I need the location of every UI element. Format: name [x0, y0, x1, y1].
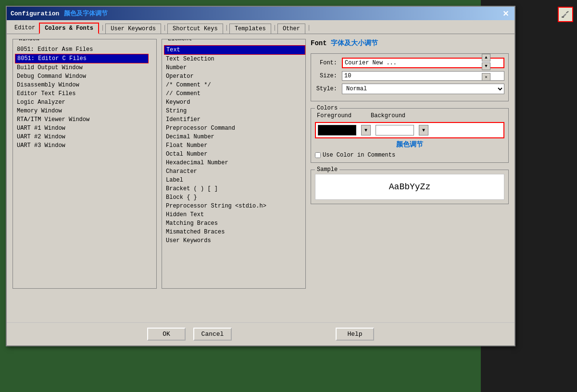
color-row: ▼ ▼ [315, 122, 504, 138]
bg-color-dropdown[interactable]: ▼ [419, 125, 428, 135]
nav-close-button[interactable]: ✕ [482, 73, 490, 81]
nav-up-button[interactable]: ▲ [482, 54, 490, 61]
toolbar-area [558, 7, 573, 22]
font-panel-header: Font 字体及大小调节 [311, 39, 509, 48]
dialog-close-button[interactable]: ✕ [501, 9, 511, 18]
element-list-item[interactable]: Matching Braces [164, 219, 305, 228]
element-list-item[interactable]: Decimal Number [164, 133, 305, 141]
window-list-item[interactable]: Disassembly Window [15, 81, 149, 89]
window-list-item[interactable]: UART #3 Window [15, 141, 149, 150]
color-cn-label: 颜色调节 [315, 140, 504, 149]
element-list-item[interactable]: Identifier [164, 115, 305, 124]
colors-group: Colors Foreground Background ▼ ▼ 颜色调节 Us… [311, 108, 509, 163]
style-select[interactable]: Normal Bold Italic Bold Italic [342, 84, 504, 94]
element-list-item[interactable]: Octal Number [164, 150, 305, 159]
element-list-item[interactable]: Hexadecimal Number [164, 159, 305, 167]
element-list-item[interactable]: Label [164, 176, 305, 184]
element-list-item[interactable]: Mismatched Braces [164, 228, 305, 236]
element-list-item[interactable]: // Comment [164, 89, 305, 98]
font-input[interactable] [342, 58, 504, 68]
window-list-item[interactable]: RTA/ITM Viewer Window [15, 115, 149, 124]
window-list-item[interactable]: Logic Analyzer [15, 98, 149, 107]
bg-col-label: Background [371, 112, 405, 119]
window-list-item[interactable]: 8051: Editor Asm Files [15, 45, 149, 54]
element-panel-label: Element [166, 39, 194, 42]
element-list-item[interactable]: Bracket ( ) [ ] [164, 184, 305, 193]
use-color-label: Use Color in Comments [323, 152, 395, 159]
configuration-dialog: Configuration 颜色及字体调节 ✕ Editor Colors & … [6, 6, 515, 346]
fg-color-swatch[interactable] [318, 125, 356, 135]
colors-group-label: Colors [315, 105, 339, 111]
dialog-title-cn: 颜色及字体调节 [64, 9, 108, 18]
dialog-titlebar: Configuration 颜色及字体调节 ✕ [7, 7, 514, 20]
tab-bar: Editor Colors & Fonts | User Keywords | … [7, 20, 514, 34]
config-tool-button[interactable] [558, 7, 573, 22]
element-list-item[interactable]: Preprocessor String <stdio.h> [164, 202, 305, 210]
sep2: | [162, 24, 167, 31]
style-label: Style: [315, 86, 339, 92]
window-panel-label: Window [17, 39, 41, 42]
element-list-item[interactable]: Text Selection [164, 55, 305, 63]
window-panel-group: Window 8051: Editor Asm Files8051: Edito… [13, 39, 157, 289]
element-panel: Element TextText SelectionNumberOperator… [162, 39, 306, 318]
element-list-item[interactable]: Keyword [164, 98, 305, 107]
element-list-item[interactable]: Float Number [164, 141, 305, 150]
sep5: | [306, 24, 312, 31]
tab-other[interactable]: Other [277, 24, 305, 34]
element-list-item[interactable]: String [164, 107, 305, 115]
element-list-item[interactable]: Block { } [164, 193, 305, 202]
window-list-item[interactable]: Debug Command Window [15, 72, 149, 81]
sep4: | [272, 24, 277, 31]
svg-rect-1 [562, 16, 564, 18]
style-row: Style: Normal Bold Italic Bold Italic [315, 84, 504, 94]
font-title-cn: 字体及大小调节 [331, 39, 378, 48]
element-list-item[interactable]: Hidden Text [164, 210, 305, 219]
ok-button[interactable]: OK [147, 328, 186, 341]
dialog-content: Window 8051: Editor Asm Files8051: Edito… [7, 34, 514, 322]
element-list-item[interactable]: Preprocessor Command [164, 124, 305, 133]
sep3: | [224, 24, 229, 31]
font-settings-group: Font: Size: Style: Normal Bold Italic Bo… [311, 53, 509, 101]
element-list-item[interactable]: Operator [164, 72, 305, 81]
element-list-item[interactable]: /* Comment */ [164, 81, 305, 89]
element-list-item[interactable]: Text [164, 45, 305, 55]
window-list-item[interactable]: 8051: Editor C Files [15, 54, 149, 63]
window-list-item[interactable]: UART #1 Window [15, 124, 149, 133]
font-title-en: Font [311, 39, 327, 47]
fg-color-dropdown[interactable]: ▼ [361, 125, 371, 135]
use-color-checkbox[interactable] [315, 152, 321, 158]
element-list[interactable]: TextText SelectionNumberOperator/* Comme… [164, 41, 305, 286]
size-row: Size: [315, 71, 504, 81]
size-input[interactable] [342, 71, 504, 81]
window-list-item[interactable]: UART #2 Window [15, 133, 149, 141]
tab-shortcut-keys[interactable]: Shortcut Keys [167, 24, 223, 34]
window-panel: Window 8051: Editor Asm Files8051: Edito… [13, 39, 157, 318]
nav-down-button[interactable]: ▼ [482, 62, 490, 70]
element-list-item[interactable]: Character [164, 167, 305, 176]
dialog-title-en: Configuration [11, 10, 59, 17]
help-button[interactable]: Help [336, 328, 374, 341]
window-list-item[interactable]: Editor Text Files [15, 89, 149, 98]
tab-templates[interactable]: Templates [229, 24, 271, 34]
window-list-item[interactable]: Build Output Window [15, 63, 149, 72]
font-label: Font: [315, 60, 339, 66]
font-colors-panel: Font 字体及大小调节 Font: Size: Style: [311, 39, 509, 318]
use-color-row: Use Color in Comments [315, 152, 504, 159]
sample-label: Sample [315, 166, 339, 173]
font-row: Font: [315, 58, 504, 68]
element-list-item[interactable]: User Keywords [164, 236, 305, 245]
window-list[interactable]: 8051: Editor Asm Files8051: Editor C Fil… [15, 41, 156, 286]
window-list-item[interactable]: Memory Window [15, 107, 149, 115]
cancel-button[interactable]: Cancel [193, 328, 232, 341]
sep1: | [100, 24, 105, 31]
editor-label: Editor [11, 24, 39, 32]
tab-user-keywords[interactable]: User Keywords [105, 24, 161, 34]
element-panel-group: Element TextText SelectionNumberOperator… [162, 39, 306, 289]
side-nav: ▲ ▼ ✕ [482, 54, 490, 81]
size-label: Size: [315, 73, 339, 79]
sample-group: Sample AaBbYyZz [311, 170, 509, 204]
colors-header: Foreground Background [315, 112, 504, 119]
bg-color-swatch[interactable] [376, 125, 414, 135]
tab-colors-fonts[interactable]: Colors & Fonts [39, 23, 99, 34]
element-list-item[interactable]: Number [164, 63, 305, 72]
